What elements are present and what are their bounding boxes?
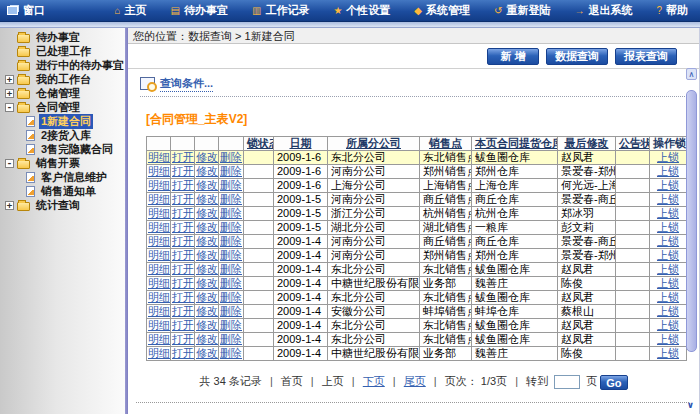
edit-link[interactable]: 修改 — [196, 277, 218, 289]
report-query-button[interactable]: 报表查询 — [615, 48, 677, 65]
delete-link[interactable]: 删除 — [220, 249, 242, 261]
open-link[interactable]: 打开 — [172, 347, 194, 359]
lock-action-link[interactable]: 上锁 — [657, 305, 679, 317]
column-header[interactable]: 锁状态 — [244, 137, 274, 151]
column-header[interactable]: 最后修改 — [558, 137, 616, 151]
lock-action-link[interactable]: 上锁 — [657, 249, 679, 261]
expand-toggle-icon[interactable]: + — [5, 75, 14, 84]
goto-page-input[interactable] — [554, 375, 580, 389]
edit-link[interactable]: 修改 — [196, 221, 218, 233]
open-link[interactable]: 打开 — [172, 249, 194, 261]
column-header[interactable]: 公告状态 — [616, 137, 650, 151]
lock-action-link[interactable]: 上锁 — [657, 319, 679, 331]
lock-action-link[interactable]: 上锁 — [657, 235, 679, 247]
sidebar-item-0[interactable]: 待办事宜 — [0, 30, 125, 44]
sidebar-item-7[interactable]: 2接货入库 — [0, 128, 125, 142]
lock-action-link[interactable]: 上锁 — [657, 277, 679, 289]
sidebar-item-5[interactable]: -合同管理 — [0, 100, 125, 114]
detail-link[interactable]: 明细 — [148, 263, 170, 275]
lock-action-link[interactable]: 上锁 — [657, 263, 679, 275]
edit-link[interactable]: 修改 — [196, 347, 218, 359]
go-button[interactable]: Go — [600, 375, 627, 390]
collapse-toggle-icon[interactable]: - — [5, 103, 14, 112]
first-page-link[interactable]: 首页 — [281, 375, 303, 387]
open-link[interactable]: 打开 — [172, 277, 194, 289]
topnav-item-5[interactable]: ↺重新登陆 — [494, 3, 550, 18]
open-link[interactable]: 打开 — [172, 319, 194, 331]
edit-link[interactable]: 修改 — [196, 333, 218, 345]
sidebar-item-11[interactable]: 销售通知单 — [0, 184, 125, 198]
edit-link[interactable]: 修改 — [196, 305, 218, 317]
lock-action-link[interactable]: 上锁 — [657, 207, 679, 219]
topnav-item-6[interactable]: →退出系统 — [574, 3, 632, 18]
edit-link[interactable]: 修改 — [196, 151, 218, 163]
expand-toggle-icon[interactable]: + — [5, 89, 14, 98]
open-link[interactable]: 打开 — [172, 263, 194, 275]
delete-link[interactable]: 删除 — [220, 319, 242, 331]
delete-link[interactable]: 删除 — [220, 235, 242, 247]
lock-action-link[interactable]: 上锁 — [657, 333, 679, 345]
open-link[interactable]: 打开 — [172, 207, 194, 219]
open-link[interactable]: 打开 — [172, 179, 194, 191]
delete-link[interactable]: 删除 — [220, 277, 242, 289]
topnav-item-1[interactable]: ▤待办事宜 — [170, 3, 227, 18]
sidebar-item-4[interactable]: +仓储管理 — [0, 86, 125, 100]
detail-link[interactable]: 明细 — [148, 305, 170, 317]
topnav-item-7[interactable]: ?帮助 — [656, 3, 688, 18]
delete-link[interactable]: 删除 — [220, 179, 242, 191]
scroll-down-icon[interactable]: ∨ — [687, 400, 694, 410]
open-link[interactable]: 打开 — [172, 193, 194, 205]
lock-action-link[interactable]: 上锁 — [657, 151, 679, 163]
sidebar-item-6[interactable]: 1新建合同 — [0, 114, 125, 128]
detail-link[interactable]: 明细 — [148, 193, 170, 205]
sidebar-item-10[interactable]: 客户信息维护 — [0, 170, 125, 184]
lock-action-link[interactable]: 上锁 — [657, 347, 679, 359]
delete-link[interactable]: 删除 — [220, 165, 242, 177]
detail-link[interactable]: 明细 — [148, 319, 170, 331]
edit-link[interactable]: 修改 — [196, 263, 218, 275]
detail-link[interactable]: 明细 — [148, 333, 170, 345]
delete-link[interactable]: 删除 — [220, 305, 242, 317]
lock-action-link[interactable]: 上锁 — [657, 165, 679, 177]
detail-link[interactable]: 明细 — [148, 347, 170, 359]
detail-link[interactable]: 明细 — [148, 221, 170, 233]
open-link[interactable]: 打开 — [172, 333, 194, 345]
edit-link[interactable]: 修改 — [196, 165, 218, 177]
detail-link[interactable]: 明细 — [148, 291, 170, 303]
detail-link[interactable]: 明细 — [148, 249, 170, 261]
delete-link[interactable]: 删除 — [220, 263, 242, 275]
open-link[interactable]: 打开 — [172, 291, 194, 303]
edit-link[interactable]: 修改 — [196, 179, 218, 191]
scrollbar-thumb[interactable] — [686, 90, 697, 352]
detail-link[interactable]: 明细 — [148, 235, 170, 247]
column-header[interactable]: 销售点 — [420, 137, 472, 151]
edit-link[interactable]: 修改 — [196, 235, 218, 247]
sidebar-item-3[interactable]: +我的工作台 — [0, 72, 125, 86]
next-page-link[interactable]: 下页 — [363, 375, 385, 387]
last-page-link[interactable]: 尾页 — [404, 375, 426, 387]
topnav-item-3[interactable]: ★个性设置 — [333, 3, 390, 18]
scroll-up-icon[interactable]: ∧ — [686, 68, 697, 80]
detail-link[interactable]: 明细 — [148, 165, 170, 177]
column-header[interactable]: 本页合同提货仓库 — [472, 137, 558, 151]
column-header[interactable]: 日期 — [274, 137, 328, 151]
data-query-button[interactable]: 数据查询 — [546, 48, 608, 65]
delete-link[interactable]: 删除 — [220, 221, 242, 233]
edit-link[interactable]: 修改 — [196, 319, 218, 331]
topnav-item-2[interactable]: ▥工作记录 — [252, 3, 309, 18]
detail-link[interactable]: 明细 — [148, 151, 170, 163]
add-button[interactable]: 新 增 — [487, 48, 539, 65]
sidebar-item-1[interactable]: 已处理工作 — [0, 44, 125, 58]
lock-action-link[interactable]: 上锁 — [657, 193, 679, 205]
prev-page-link[interactable]: 上页 — [322, 375, 344, 387]
open-link[interactable]: 打开 — [172, 235, 194, 247]
open-link[interactable]: 打开 — [172, 151, 194, 163]
open-link[interactable]: 打开 — [172, 165, 194, 177]
delete-link[interactable]: 删除 — [220, 151, 242, 163]
expand-toggle-icon[interactable]: + — [5, 201, 14, 210]
edit-link[interactable]: 修改 — [196, 207, 218, 219]
delete-link[interactable]: 删除 — [220, 193, 242, 205]
detail-link[interactable]: 明细 — [148, 207, 170, 219]
lock-action-link[interactable]: 上锁 — [657, 221, 679, 233]
lock-action-link[interactable]: 上锁 — [657, 291, 679, 303]
